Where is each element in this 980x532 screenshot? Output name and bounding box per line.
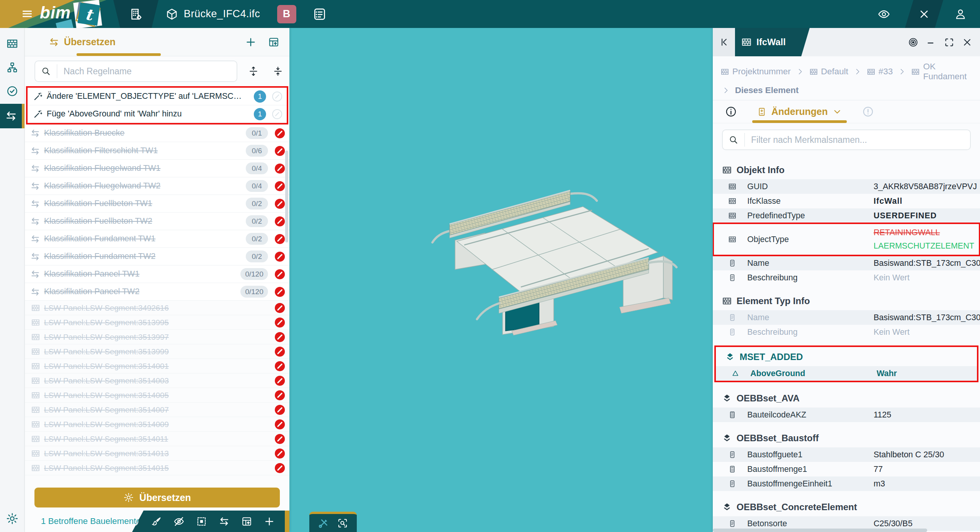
element-row-disabled[interactable]: LSW Panel:LSW Segment:3514003 bbox=[25, 373, 289, 388]
property-row[interactable]: Name Basiswand:STB_173cm_C30_3 bbox=[713, 256, 980, 270]
paint-icon[interactable] bbox=[151, 516, 162, 527]
rule-row-disabled[interactable]: Klassifikation Bruecke 0/1 bbox=[25, 124, 289, 142]
model-viewport[interactable] bbox=[289, 28, 713, 532]
maximize-icon[interactable] bbox=[944, 37, 954, 47]
section-header[interactable]: MSET_ADDED bbox=[716, 347, 977, 366]
collapse-rows-icon[interactable] bbox=[273, 66, 283, 77]
property-row[interactable]: PredefinedType USERDEFINED bbox=[713, 208, 980, 223]
element-row-disabled[interactable]: LSW Panel:LSW Segment:3513999 bbox=[25, 344, 289, 359]
ban-icon[interactable] bbox=[274, 302, 286, 314]
user-initial-badge[interactable]: B bbox=[277, 5, 296, 23]
zoom-selection-icon[interactable] bbox=[337, 517, 348, 529]
translate-button[interactable]: Übersetzen bbox=[34, 488, 280, 507]
rule-row-disabled[interactable]: Klassifikation Fundament TW2 0/2 bbox=[25, 248, 289, 265]
section-header[interactable]: OEBBset_ConcreteElement bbox=[713, 495, 980, 516]
rule-row-active[interactable]: Ändere 'ELEMENT_OBJECTTYPE' auf 'LAERMSC… bbox=[28, 88, 287, 105]
property-row[interactable]: Beschreibung Kein Wert bbox=[713, 270, 980, 285]
element-row-disabled[interactable]: LSW Panel:LSW Segment:3513997 bbox=[25, 330, 289, 344]
section-header[interactable]: OEBBset_AVA bbox=[713, 386, 980, 408]
building-settings-button[interactable] bbox=[113, 0, 158, 28]
close-icon[interactable] bbox=[962, 37, 972, 47]
ban-icon[interactable] bbox=[274, 419, 286, 430]
ban-icon[interactable] bbox=[274, 433, 286, 445]
menu-icon[interactable] bbox=[21, 8, 34, 20]
sidebar-item-checks[interactable] bbox=[0, 80, 24, 102]
property-row[interactable]: Baustoffmenge1 77 bbox=[713, 462, 980, 476]
element-row-disabled[interactable]: LSW Panel:LSW Segment:3492616 bbox=[25, 301, 289, 315]
ban-icon[interactable] bbox=[274, 462, 286, 474]
rule-row-disabled[interactable]: Klassifikation Fluegelwand TW2 0/4 bbox=[25, 177, 289, 195]
translate-icon[interactable] bbox=[219, 516, 230, 527]
ban-icon[interactable] bbox=[274, 331, 286, 343]
element-row-disabled[interactable]: LSW Panel:LSW Segment:3514009 bbox=[25, 417, 289, 432]
element-row-disabled[interactable]: LSW Panel:LSW Segment:3514007 bbox=[25, 403, 289, 417]
rule-row-disabled[interactable]: Klassifikation Filterschicht TW1 0/6 bbox=[25, 142, 289, 160]
select-area-icon[interactable] bbox=[196, 516, 207, 527]
close-session-button[interactable] bbox=[905, 0, 943, 28]
property-filter-box[interactable] bbox=[722, 129, 971, 150]
horizontal-scrollbar[interactable] bbox=[713, 529, 927, 532]
locate-icon[interactable] bbox=[908, 37, 918, 47]
add-icon[interactable] bbox=[245, 36, 256, 48]
element-row-disabled[interactable]: LSW Panel:LSW Segment:3514015 bbox=[25, 461, 289, 475]
bridge-3d-model[interactable] bbox=[421, 177, 693, 338]
ban-icon[interactable] bbox=[274, 360, 286, 372]
ban-icon[interactable] bbox=[274, 198, 286, 210]
property-row[interactable]: GUID 3_AKRk8V58AB87jrzeVPVJ bbox=[713, 179, 980, 194]
section-header[interactable]: Objekt Info bbox=[713, 158, 980, 179]
breadcrumb-item[interactable]: Projektnummer bbox=[720, 67, 791, 77]
add-icon[interactable] bbox=[264, 516, 275, 527]
eye-icon[interactable] bbox=[877, 8, 890, 21]
ban-icon[interactable] bbox=[274, 233, 286, 245]
ban-icon[interactable] bbox=[274, 317, 286, 328]
tab-aenderungen[interactable]: Änderungen bbox=[757, 100, 842, 123]
ban-icon[interactable] bbox=[274, 180, 286, 192]
breadcrumb-item[interactable]: #33 bbox=[851, 67, 893, 77]
vertical-scrollbar[interactable] bbox=[285, 151, 288, 242]
ban-icon[interactable] bbox=[274, 216, 286, 227]
ban-icon[interactable] bbox=[274, 390, 286, 401]
ban-icon[interactable] bbox=[274, 346, 286, 357]
element-class-tab[interactable]: IfcWall bbox=[735, 28, 810, 56]
sidebar-settings[interactable] bbox=[0, 512, 24, 525]
section-header[interactable]: OEBBset_Baustoff bbox=[713, 426, 980, 447]
property-row[interactable]: IfcKlasse IfcWall bbox=[713, 194, 980, 208]
hide-icon[interactable] bbox=[173, 516, 185, 527]
minimize-icon[interactable] bbox=[926, 37, 936, 47]
breadcrumb-item[interactable]: OK Fundament bbox=[896, 62, 980, 82]
rule-search-input[interactable] bbox=[57, 66, 237, 77]
export-table-icon[interactable] bbox=[268, 36, 279, 48]
info-icon[interactable] bbox=[725, 106, 737, 118]
user-icon[interactable] bbox=[954, 8, 967, 21]
section-header[interactable]: Element Typ Info bbox=[713, 289, 980, 310]
ban-icon[interactable] bbox=[274, 448, 286, 459]
ban-icon[interactable] bbox=[274, 268, 286, 280]
property-row[interactable]: BaustoffmengeEinheit1 m3 bbox=[713, 476, 980, 491]
property-row[interactable]: Baustoffguete1 Stahlbeton C 25/30 bbox=[713, 447, 980, 462]
ban-icon[interactable] bbox=[274, 286, 286, 298]
sidebar-item-elements[interactable] bbox=[0, 33, 24, 55]
export-table-icon[interactable] bbox=[241, 516, 252, 527]
disable-rule-icon[interactable] bbox=[271, 108, 283, 120]
collapse-panel-button[interactable] bbox=[713, 28, 735, 56]
checklist-icon[interactable] bbox=[312, 7, 327, 21]
element-row-disabled[interactable]: LSW Panel:LSW Segment:3514005 bbox=[25, 388, 289, 403]
model-file-tab[interactable]: Brücke_IFC4.ifc bbox=[165, 8, 260, 21]
rule-row-disabled[interactable]: Klassifikation Fluegelwand TW1 0/4 bbox=[25, 160, 289, 177]
property-row[interactable]: AboveGround Wahr bbox=[716, 366, 977, 381]
rule-row-disabled[interactable]: Klassifikation Fundament TW1 0/2 bbox=[25, 230, 289, 248]
ban-icon[interactable] bbox=[274, 404, 286, 416]
rule-row-disabled[interactable]: Klassifikation Fuellbeton TW1 0/2 bbox=[25, 195, 289, 213]
element-row-disabled[interactable]: LSW Panel:LSW Segment:3513995 bbox=[25, 315, 289, 330]
sidebar-item-structure[interactable] bbox=[0, 56, 24, 79]
property-row[interactable]: Name Basiswand:STB_173cm_C30_3 bbox=[713, 310, 980, 325]
expand-rows-icon[interactable] bbox=[248, 66, 259, 77]
app-logo[interactable]: bim t bbox=[0, 0, 115, 28]
property-row[interactable]: ObjectType RETAININGWALL LAERMSCHUTZELEM… bbox=[713, 223, 980, 256]
ban-icon[interactable] bbox=[274, 128, 286, 139]
tab-uebersetzen[interactable]: Übersetzen bbox=[49, 36, 116, 47]
property-filter-input[interactable] bbox=[745, 135, 970, 145]
rule-search-box[interactable] bbox=[34, 61, 237, 82]
sidebar-item-translate[interactable] bbox=[0, 104, 24, 128]
rule-row-disabled[interactable]: Klassifikation Fuellbeton TW2 0/2 bbox=[25, 213, 289, 230]
